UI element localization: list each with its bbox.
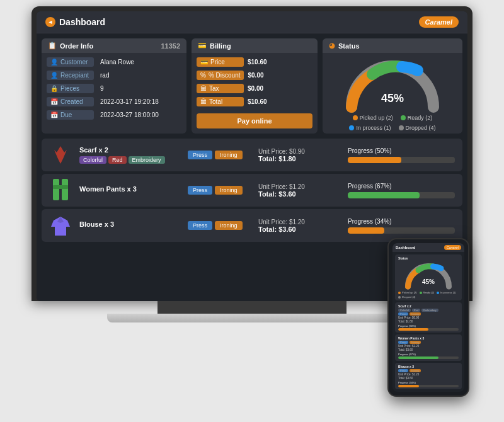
scarf-info: Scarf x 2 Colorful Red Embroidery xyxy=(79,146,180,164)
billing-table: 💳 Price $10.60 % % Discount xyxy=(192,53,318,111)
blouse-ironing-btn[interactable]: Ironing xyxy=(215,221,243,230)
phone-item-pants: Women Pants x 3 Press Ironing Unit Price… xyxy=(395,334,462,361)
total-icon: 🏛 xyxy=(200,98,207,105)
phone-item-blouse: Blouse x 3 Press Ironing Unit Price: $1.… xyxy=(395,363,462,389)
phone-legend-dropped: Dropped (4) xyxy=(398,295,415,299)
phone-content: Status 45% Picked up (2) xyxy=(392,252,464,392)
phone-gauge-svg: 45% xyxy=(403,261,454,290)
phone-pants-press[interactable]: Press xyxy=(398,341,408,344)
brand-logo: Caramel xyxy=(419,16,459,28)
blouse-progress-track xyxy=(348,227,455,234)
billing-label-total: 🏛 Total xyxy=(197,97,244,106)
order-label-due: 📅 Due xyxy=(47,110,94,120)
phone-blouse-progress-fill xyxy=(398,385,419,387)
scarf-tags: Colorful Red Embroidery xyxy=(79,156,180,164)
legend-dot-ready xyxy=(401,115,406,120)
phone-scarf-progress: Progress (50%) xyxy=(398,324,459,331)
phone-scarf-ironing[interactable]: Ironing xyxy=(410,312,421,316)
pants-icon xyxy=(49,179,72,202)
phone-tag-red: Red xyxy=(412,309,420,312)
phone-pants-progress-track xyxy=(398,356,459,359)
phone-legend-picked: Picked up (2) xyxy=(398,291,417,294)
dashboard-title: ◄ Dashboard xyxy=(45,17,105,27)
order-info-panel: 📋 Order Info 11352 👤 Customer xyxy=(42,38,186,134)
billing-panel: 💳 Billing 💳 Price $1 xyxy=(192,38,318,134)
phone-scarf-press[interactable]: Press xyxy=(398,312,408,316)
blouse-progress: Progress (34%) xyxy=(348,218,455,234)
scarf-progress-fill xyxy=(348,157,401,163)
billing-value-tax: $0.00 xyxy=(248,85,263,92)
blouse-actions: Press Ironing xyxy=(188,221,251,230)
phone-blouse-ironing[interactable]: Ironing xyxy=(410,369,421,372)
legend-label-in-process: In process (1) xyxy=(356,125,391,131)
order-value-due: 2022-03-27 18:00:00 xyxy=(98,111,159,118)
legend-in-process: In process (1) xyxy=(349,125,391,131)
billing-icon: 💳 xyxy=(198,42,207,50)
billing-row-total: 🏛 Total $10.60 xyxy=(192,95,318,108)
status-header-left: ◕ Status xyxy=(329,42,360,50)
due-icon: 📅 xyxy=(50,111,58,118)
svg-rect-6 xyxy=(53,185,68,189)
phone-dot-ready xyxy=(420,292,422,294)
scarf-ironing-btn[interactable]: Ironing xyxy=(215,151,243,159)
billing-title: Billing xyxy=(210,42,231,50)
gauge-svg: 45% xyxy=(342,57,443,113)
monitor-stand-base xyxy=(107,314,397,322)
scarf-actions: Press Ironing xyxy=(188,151,251,159)
order-info-title: Order Info xyxy=(60,42,93,50)
gauge-container: 45% Picked up (2) Ready (2) xyxy=(323,53,462,134)
scarf-pricing: Unit Price: $0.90 Total: $1.80 xyxy=(258,148,340,163)
svg-marker-1 xyxy=(54,146,67,164)
phone-legend-ready: Ready (2) xyxy=(420,291,435,294)
billing-label-price: 💳 Price xyxy=(197,57,244,67)
pants-progress-label: Progress (67%) xyxy=(348,183,455,190)
created-icon: 📅 xyxy=(50,98,58,105)
order-row-customer: 👤 Customer Alana Rowe xyxy=(42,55,186,69)
blouse-pricing: Unit Price: $1.20 Total: $3.60 xyxy=(258,219,340,233)
phone-scarf-actions: Press Ironing xyxy=(398,312,459,316)
pants-progress-track xyxy=(348,192,455,198)
legend-picked-up: Picked up (2) xyxy=(353,115,393,121)
blouse-progress-label: Progress (34%) xyxy=(348,218,455,225)
tag-red: Red xyxy=(108,156,127,164)
blouse-icon xyxy=(49,214,72,237)
status-icon: ◕ xyxy=(329,42,335,50)
phone-pants-progress: Progress (67%) xyxy=(398,353,459,359)
order-label-recepiant: 👤 Recepiant xyxy=(47,71,94,80)
tag-colorful: Colorful xyxy=(79,156,106,164)
billing-header-left: 💳 Billing xyxy=(198,42,231,50)
tax-icon: 🏛 xyxy=(200,85,207,92)
order-value-pieces: 9 xyxy=(98,85,104,92)
tag-embroidery: Embroidery xyxy=(129,156,165,164)
scarf-icon xyxy=(49,144,72,166)
order-label-created: 📅 Created xyxy=(47,97,94,106)
scarf-progress-track xyxy=(348,157,455,163)
svg-text:45%: 45% xyxy=(381,92,404,105)
phone-tag-embroidery: Embroidery xyxy=(421,309,438,312)
item-row-pants: Women Pants x 3 Press Ironing Unit Pr xyxy=(42,174,462,207)
scarf-press-btn[interactable]: Press xyxy=(188,151,212,159)
phone-pants-ironing[interactable]: Ironing xyxy=(410,341,421,344)
phone-gauge-legend: Picked up (2) Ready (2) In process (1) xyxy=(398,291,459,299)
order-info-header: 📋 Order Info 11352 xyxy=(42,38,186,53)
phone-scarf-total: Total: $1.80 xyxy=(398,320,459,323)
scarf-progress: Progress (50%) xyxy=(348,147,455,163)
blouse-press-btn[interactable]: Press xyxy=(188,221,212,230)
phone-blouse-pricing: Unit Price: $1.20 xyxy=(398,373,459,376)
billing-label-tax: 🏛 Tax xyxy=(197,84,244,93)
monitor-stand-top xyxy=(158,301,346,314)
phone-scarf-pricing: Unit Price: $0.90 xyxy=(398,316,459,319)
legend-dropped: Dropped (4) xyxy=(399,125,436,131)
phone-blouse-progress-track xyxy=(398,385,459,387)
pants-press-btn[interactable]: Press xyxy=(188,186,212,195)
pay-online-button[interactable]: Pay online xyxy=(197,113,312,128)
dashboard-title-text: Dashboard xyxy=(59,17,105,27)
status-title: Status xyxy=(338,42,360,50)
price-icon: 💳 xyxy=(200,59,208,66)
phone-blouse-press[interactable]: Press xyxy=(398,369,408,372)
order-value-created: 2022-03-17 19:20:18 xyxy=(98,98,159,105)
item-row-scarf: Scarf x 2 Colorful Red Embroidery xyxy=(42,139,462,171)
scene: ◄ Dashboard Caramel 📋 xyxy=(0,0,504,422)
pants-ironing-btn[interactable]: Ironing xyxy=(215,186,243,195)
legend-dot-picked-up xyxy=(353,115,358,120)
